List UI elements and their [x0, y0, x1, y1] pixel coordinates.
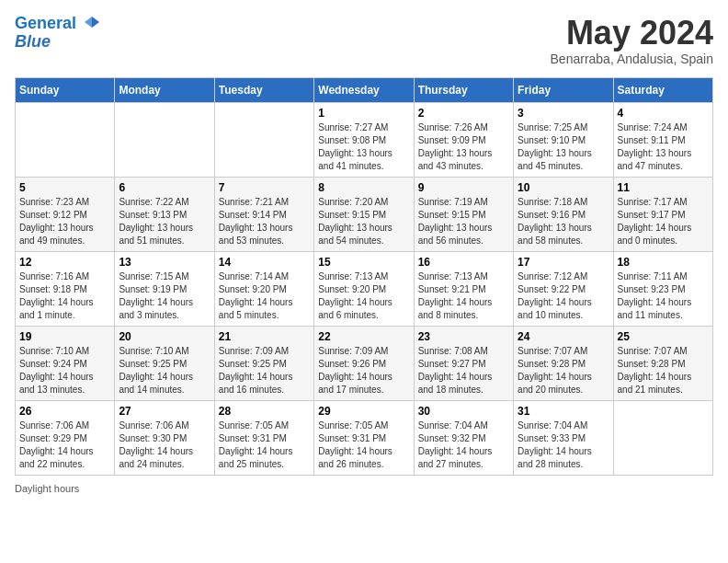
day-info: Sunrise: 7:26 AM Sunset: 9:09 PM Dayligh…: [418, 121, 509, 173]
calendar-cell: 18Sunrise: 7:11 AM Sunset: 9:23 PM Dayli…: [613, 251, 712, 326]
day-number: 18: [618, 256, 709, 269]
day-number: 8: [318, 181, 409, 194]
col-header-sunday: Sunday: [16, 77, 115, 102]
day-number: 16: [418, 256, 509, 269]
calendar-cell: 23Sunrise: 7:08 AM Sunset: 9:27 PM Dayli…: [414, 326, 513, 400]
calendar-week-3: 12Sunrise: 7:16 AM Sunset: 9:18 PM Dayli…: [16, 251, 713, 326]
logo-blue: Blue: [15, 33, 101, 52]
day-number: 24: [518, 330, 609, 343]
calendar-cell: 1Sunrise: 7:27 AM Sunset: 9:08 PM Daylig…: [314, 102, 414, 177]
day-info: Sunrise: 7:06 AM Sunset: 9:29 PM Dayligh…: [19, 419, 110, 471]
calendar-cell: 10Sunrise: 7:18 AM Sunset: 9:16 PM Dayli…: [514, 177, 613, 251]
calendar-week-1: 1Sunrise: 7:27 AM Sunset: 9:08 PM Daylig…: [16, 102, 713, 177]
day-number: 26: [19, 405, 110, 418]
day-number: 27: [119, 405, 210, 418]
day-number: 23: [418, 330, 509, 343]
day-info: Sunrise: 7:05 AM Sunset: 9:31 PM Dayligh…: [219, 419, 310, 471]
calendar-cell: 15Sunrise: 7:13 AM Sunset: 9:20 PM Dayli…: [314, 251, 414, 326]
calendar-cell: 13Sunrise: 7:15 AM Sunset: 9:19 PM Dayli…: [115, 251, 214, 326]
logo: General Blue: [15, 15, 101, 52]
logo-flag-icon: [83, 15, 101, 33]
day-info: Sunrise: 7:04 AM Sunset: 9:32 PM Dayligh…: [418, 419, 509, 471]
calendar-week-2: 5Sunrise: 7:23 AM Sunset: 9:12 PM Daylig…: [16, 177, 713, 251]
calendar-cell: 22Sunrise: 7:09 AM Sunset: 9:26 PM Dayli…: [314, 326, 414, 400]
calendar-cell: 8Sunrise: 7:20 AM Sunset: 9:15 PM Daylig…: [314, 177, 414, 251]
day-info: Sunrise: 7:22 AM Sunset: 9:13 PM Dayligh…: [119, 196, 210, 247]
day-info: Sunrise: 7:25 AM Sunset: 9:10 PM Dayligh…: [518, 121, 609, 173]
col-header-wednesday: Wednesday: [314, 77, 414, 102]
day-info: Sunrise: 7:05 AM Sunset: 9:31 PM Dayligh…: [318, 419, 409, 471]
calendar-cell: 28Sunrise: 7:05 AM Sunset: 9:31 PM Dayli…: [214, 400, 313, 475]
day-info: Sunrise: 7:07 AM Sunset: 9:28 PM Dayligh…: [618, 345, 709, 396]
calendar-cell: 11Sunrise: 7:17 AM Sunset: 9:17 PM Dayli…: [613, 177, 712, 251]
day-number: 10: [518, 181, 609, 194]
calendar-week-4: 19Sunrise: 7:10 AM Sunset: 9:24 PM Dayli…: [16, 326, 713, 400]
day-info: Sunrise: 7:24 AM Sunset: 9:11 PM Dayligh…: [618, 121, 709, 173]
logo-text: General: [15, 15, 101, 33]
day-number: 22: [318, 330, 409, 343]
svg-marker-1: [85, 17, 92, 28]
day-info: Sunrise: 7:21 AM Sunset: 9:14 PM Dayligh…: [219, 196, 310, 247]
calendar-cell: 31Sunrise: 7:04 AM Sunset: 9:33 PM Dayli…: [514, 400, 613, 475]
calendar-cell: 24Sunrise: 7:07 AM Sunset: 9:28 PM Dayli…: [514, 326, 613, 400]
calendar-cell: [613, 400, 712, 475]
day-number: 21: [219, 330, 310, 343]
day-info: Sunrise: 7:07 AM Sunset: 9:28 PM Dayligh…: [518, 345, 609, 396]
svg-marker-0: [92, 17, 99, 28]
calendar-cell: 30Sunrise: 7:04 AM Sunset: 9:32 PM Dayli…: [414, 400, 513, 475]
calendar-cell: [214, 102, 313, 177]
col-header-friday: Friday: [514, 77, 613, 102]
day-info: Sunrise: 7:13 AM Sunset: 9:20 PM Dayligh…: [318, 270, 409, 322]
title-block: May 2024 Benarraba, Andalusia, Spain: [551, 15, 713, 66]
day-number: 11: [618, 181, 709, 194]
calendar-footer: Daylight hours: [15, 483, 713, 494]
day-info: Sunrise: 7:15 AM Sunset: 9:19 PM Dayligh…: [119, 270, 210, 322]
day-number: 20: [119, 330, 210, 343]
day-info: Sunrise: 7:18 AM Sunset: 9:16 PM Dayligh…: [518, 196, 609, 247]
month-title: May 2024: [551, 15, 713, 52]
day-number: 14: [219, 256, 310, 269]
calendar-cell: 29Sunrise: 7:05 AM Sunset: 9:31 PM Dayli…: [314, 400, 414, 475]
day-info: Sunrise: 7:08 AM Sunset: 9:27 PM Dayligh…: [418, 345, 509, 396]
day-number: 30: [418, 405, 509, 418]
col-header-monday: Monday: [115, 77, 214, 102]
col-header-saturday: Saturday: [613, 77, 712, 102]
day-number: 15: [318, 256, 409, 269]
day-info: Sunrise: 7:14 AM Sunset: 9:20 PM Dayligh…: [219, 270, 310, 322]
day-info: Sunrise: 7:16 AM Sunset: 9:18 PM Dayligh…: [19, 270, 110, 322]
calendar-cell: 21Sunrise: 7:09 AM Sunset: 9:25 PM Dayli…: [214, 326, 313, 400]
day-info: Sunrise: 7:10 AM Sunset: 9:25 PM Dayligh…: [119, 345, 210, 396]
calendar-cell: 20Sunrise: 7:10 AM Sunset: 9:25 PM Dayli…: [115, 326, 214, 400]
calendar-header-row: SundayMondayTuesdayWednesdayThursdayFrid…: [16, 77, 713, 102]
day-number: 29: [318, 405, 409, 418]
day-number: 9: [418, 181, 509, 194]
day-info: Sunrise: 7:09 AM Sunset: 9:25 PM Dayligh…: [219, 345, 310, 396]
day-number: 1: [318, 107, 409, 120]
day-number: 2: [418, 107, 509, 120]
day-info: Sunrise: 7:23 AM Sunset: 9:12 PM Dayligh…: [19, 196, 110, 247]
day-number: 19: [19, 330, 110, 343]
day-number: 12: [19, 256, 110, 269]
calendar-cell: 17Sunrise: 7:12 AM Sunset: 9:22 PM Dayli…: [514, 251, 613, 326]
calendar-cell: [115, 102, 214, 177]
calendar-cell: 9Sunrise: 7:19 AM Sunset: 9:15 PM Daylig…: [414, 177, 513, 251]
day-info: Sunrise: 7:04 AM Sunset: 9:33 PM Dayligh…: [518, 419, 609, 471]
calendar-table: SundayMondayTuesdayWednesdayThursdayFrid…: [15, 77, 713, 476]
calendar-cell: 4Sunrise: 7:24 AM Sunset: 9:11 PM Daylig…: [613, 102, 712, 177]
calendar-cell: 2Sunrise: 7:26 AM Sunset: 9:09 PM Daylig…: [414, 102, 513, 177]
calendar-cell: 5Sunrise: 7:23 AM Sunset: 9:12 PM Daylig…: [16, 177, 115, 251]
day-info: Sunrise: 7:12 AM Sunset: 9:22 PM Dayligh…: [518, 270, 609, 322]
day-info: Sunrise: 7:17 AM Sunset: 9:17 PM Dayligh…: [618, 196, 709, 247]
daylight-label: Daylight hours: [15, 483, 79, 494]
day-number: 13: [119, 256, 210, 269]
day-number: 28: [219, 405, 310, 418]
calendar-cell: 7Sunrise: 7:21 AM Sunset: 9:14 PM Daylig…: [214, 177, 313, 251]
calendar-cell: 26Sunrise: 7:06 AM Sunset: 9:29 PM Dayli…: [16, 400, 115, 475]
day-number: 25: [618, 330, 709, 343]
day-number: 4: [618, 107, 709, 120]
day-number: 6: [119, 181, 210, 194]
calendar-week-5: 26Sunrise: 7:06 AM Sunset: 9:29 PM Dayli…: [16, 400, 713, 475]
day-info: Sunrise: 7:06 AM Sunset: 9:30 PM Dayligh…: [119, 419, 210, 471]
day-info: Sunrise: 7:13 AM Sunset: 9:21 PM Dayligh…: [418, 270, 509, 322]
calendar-cell: 27Sunrise: 7:06 AM Sunset: 9:30 PM Dayli…: [115, 400, 214, 475]
